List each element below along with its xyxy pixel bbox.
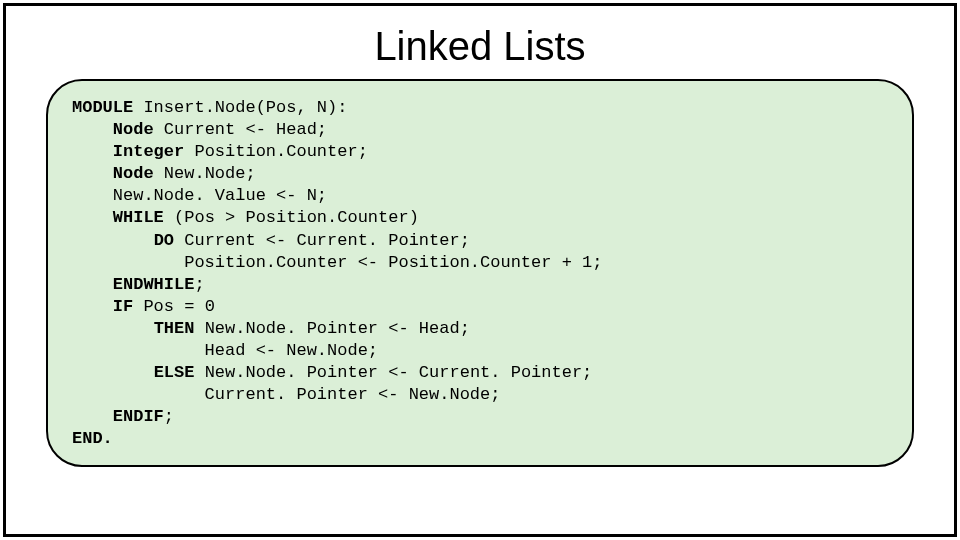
- kw-node2: Node: [113, 164, 154, 183]
- kw-then: THEN: [154, 319, 195, 338]
- txt-endwhile: ;: [194, 275, 204, 294]
- txt-while: (Pos > Position.Counter): [164, 208, 419, 227]
- txt-else: New.Node. Pointer <- Current. Pointer;: [194, 363, 592, 382]
- txt-integer: Position.Counter;: [184, 142, 368, 161]
- kw-endif: ENDIF: [113, 407, 164, 426]
- kw-module: MODULE: [72, 98, 133, 117]
- txt-endif: ;: [164, 407, 174, 426]
- slide-title: Linked Lists: [6, 24, 954, 69]
- kw-if: IF: [113, 297, 133, 316]
- kw-integer: Integer: [113, 142, 184, 161]
- kw-else: ELSE: [154, 363, 195, 382]
- code-panel: MODULE Insert.Node(Pos, N): Node Current…: [46, 79, 914, 467]
- kw-endwhile: ENDWHILE: [113, 275, 195, 294]
- kw-while: WHILE: [113, 208, 164, 227]
- txt-node1: Current <- Head;: [154, 120, 327, 139]
- txt-then: New.Node. Pointer <- Head;: [194, 319, 469, 338]
- txt-node2: New.Node;: [154, 164, 256, 183]
- pseudocode-block: MODULE Insert.Node(Pos, N): Node Current…: [72, 97, 888, 451]
- kw-end: END.: [72, 429, 113, 448]
- kw-do: DO: [154, 231, 174, 250]
- txt-curr: Current. Pointer <- New.Node;: [72, 385, 500, 404]
- txt-assign1: New.Node. Value <- N;: [72, 186, 327, 205]
- txt-poscnt: Position.Counter <- Position.Counter + 1…: [72, 253, 603, 272]
- slide-frame: Linked Lists MODULE Insert.Node(Pos, N):…: [3, 3, 957, 537]
- txt-module: Insert.Node(Pos, N):: [133, 98, 347, 117]
- txt-do: Current <- Current. Pointer;: [174, 231, 470, 250]
- kw-node1: Node: [113, 120, 154, 139]
- txt-head: Head <- New.Node;: [72, 341, 378, 360]
- txt-if: Pos = 0: [133, 297, 215, 316]
